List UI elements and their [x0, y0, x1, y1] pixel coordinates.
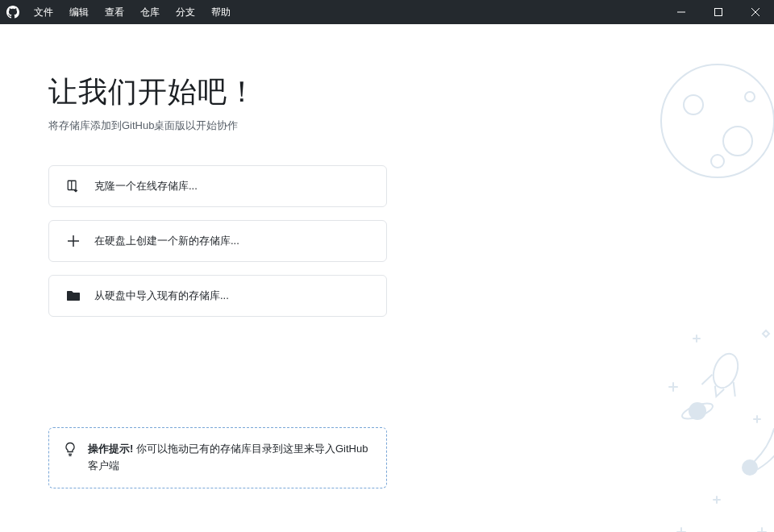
add-repo-label: 从硬盘中导入现有的存储库... [94, 289, 229, 303]
svg-point-5 [711, 155, 724, 168]
create-repo-label: 在硬盘上创建一个新的存储库... [94, 234, 239, 248]
tip-box: 操作提示! 你可以拖动已有的存储库目录到这里来导入GitHub客户端 [48, 427, 387, 488]
svg-point-7 [709, 351, 742, 392]
minimize-button[interactable] [663, 0, 700, 24]
clone-repo-label: 克隆一个在线存储库... [94, 179, 198, 193]
window-controls [663, 0, 774, 24]
page-subtitle: 将存储库添加到GitHub桌面版以开始协作 [48, 118, 774, 133]
titlebar: 文件 编辑 查看 仓库 分支 帮助 [0, 0, 774, 24]
plus-icon [64, 235, 83, 247]
github-logo-icon [0, 6, 26, 19]
menu-help[interactable]: 帮助 [203, 0, 239, 24]
menu-repository[interactable]: 仓库 [132, 0, 168, 24]
menu-bar: 文件 编辑 查看 仓库 分支 帮助 [26, 0, 239, 24]
menu-branch[interactable]: 分支 [168, 0, 203, 24]
action-list: 克隆一个在线存储库... 在硬盘上创建一个新的存储库... 从硬盘中导入现有的存… [48, 165, 387, 317]
page-title: 让我们开始吧！ [48, 73, 774, 112]
tip-label: 操作提示! [88, 443, 136, 455]
svg-rect-0 [715, 9, 722, 16]
menu-view[interactable]: 查看 [97, 0, 132, 24]
maximize-button[interactable] [700, 0, 737, 24]
svg-point-10 [742, 459, 758, 476]
clone-repo-button[interactable]: 克隆一个在线存储库... [48, 165, 387, 207]
clone-icon [64, 179, 83, 193]
content-area: 让我们开始吧！ 将存储库添加到GitHub桌面版以开始协作 克隆一个在线存储库.… [0, 24, 774, 532]
svg-point-9 [680, 401, 714, 422]
svg-point-8 [689, 402, 706, 420]
close-button[interactable] [737, 0, 774, 24]
menu-edit[interactable]: 编辑 [61, 0, 97, 24]
folder-icon [64, 289, 83, 302]
create-repo-button[interactable]: 在硬盘上创建一个新的存储库... [48, 220, 387, 262]
add-repo-button[interactable]: 从硬盘中导入现有的存储库... [48, 275, 387, 317]
lightbulb-icon [64, 442, 78, 459]
tip-text: 操作提示! 你可以拖动已有的存储库目录到这里来导入GitHub客户端 [88, 441, 372, 475]
menu-file[interactable]: 文件 [26, 0, 61, 24]
